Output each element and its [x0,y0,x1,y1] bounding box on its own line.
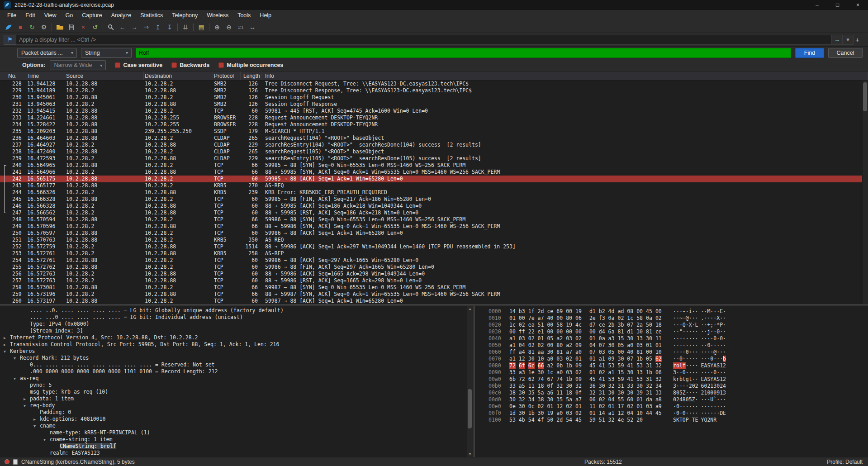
hex-ascii-char[interactable]: · [695,342,698,348]
hex-byte[interactable]: 44 [646,410,652,416]
hex-byte[interactable]: 04 [519,342,525,348]
hex-byte[interactable]: 19 [566,322,572,328]
hex-byte[interactable]: 1b [646,369,652,376]
hex-byte[interactable]: a4 [519,349,525,355]
hex-byte[interactable]: 32 [655,362,662,369]
hex-byte[interactable]: 02 [599,396,605,403]
filter-history-dropdown-icon[interactable]: ▾ [843,35,854,45]
hex-byte[interactable]: 30 [617,356,624,362]
hex-ascii-char[interactable]: g [686,376,689,382]
detail-line[interactable]: msg-type: krb-as-req (10) [0,389,473,395]
hex-row[interactable]: 00e00e300c020112020111020117020103a9·0··… [489,403,868,410]
hex-byte[interactable]: 55 [617,396,624,403]
hex-row[interactable]: 00201c02ea510058194cd7ce2b3b072a5018···Q… [489,322,868,328]
packet-row[interactable]: 24316.56517710.2.28.8810.2.28.2KRB5270AS… [0,182,868,189]
hex-byte[interactable]: 4c [575,322,582,328]
hex-byte[interactable]: 33 [627,383,633,389]
hex-byte[interactable]: 30 [608,390,615,396]
menu-capture[interactable]: Capture [77,10,106,21]
hex-byte[interactable]: 59 [589,417,596,423]
hex-byte[interactable]: 54 [566,417,572,423]
hex-byte[interactable]: 31 [646,362,652,369]
hex-byte[interactable]: 01 [608,403,615,409]
close-file-icon[interactable]: × [77,22,89,32]
hex-byte[interactable]: 32 [608,417,615,423]
first-packet-icon[interactable]: ↥ [152,22,164,32]
hex-byte[interactable]: 35 [556,396,563,403]
hex-ascii-char[interactable]: · [723,328,726,335]
details-scrollbar[interactable]: ▲ ▼ [467,306,473,457]
hex-byte[interactable]: 11 [556,390,563,396]
hex-ascii-char[interactable]: · [686,322,689,328]
hex-byte[interactable]: 80 [556,342,563,348]
hex-ascii-char[interactable]: l [679,362,683,369]
hex-byte[interactable]: 20 [636,417,643,423]
hex-byte[interactable]: a0 [575,349,582,355]
hex-ascii-char[interactable]: r [676,376,679,382]
hex-byte[interactable]: 58 [556,322,563,328]
hex-row[interactable]: 00b033a511180f32303236303231333032343···… [489,383,868,390]
hex-byte[interactable]: ff [519,328,525,335]
hex-byte[interactable]: 33 [509,369,516,376]
hex-ascii-char[interactable]: · [686,342,689,348]
hex-ascii-char[interactable]: · [692,328,695,335]
packet-row[interactable]: 23516.20920310.2.28.88239.255.255.250SSD… [0,128,868,135]
hex-byte[interactable]: 10 [655,349,662,355]
hex-ascii-char[interactable]: · [692,335,695,342]
hex-byte[interactable]: 34 [655,383,662,389]
hex-row[interactable]: 00c03830355aa611180f3231303030393133805Z… [489,390,868,396]
hex-ascii-char[interactable]: · [692,369,695,376]
hex-ascii-char[interactable]: 0 [676,403,679,409]
hex-byte[interactable]: 51 [538,322,544,328]
hex-ascii-char[interactable]: 2 [676,396,679,403]
hex-ascii-char[interactable]: · [686,328,689,335]
hex-ascii-char[interactable]: · [683,383,686,389]
hex-byte[interactable]: 30 [599,383,605,389]
hex-byte[interactable]: 02 [566,356,572,362]
hex-byte[interactable]: 30 [528,356,535,362]
hex-byte[interactable]: a0 [556,410,563,416]
hex-ascii-char[interactable]: · [695,410,698,416]
hex-byte[interactable]: 81 [646,328,652,335]
column-header-proto[interactable]: Protocol [213,71,241,80]
hex-byte[interactable]: 00 [566,328,572,335]
hex-byte[interactable]: 02 [575,410,582,416]
start-capture-icon[interactable] [3,22,14,32]
hex-byte[interactable]: 30 [538,410,544,416]
hex-ascii-char[interactable]: · [689,328,692,335]
packet-row[interactable]: 25416.57276110.2.28.8810.2.28.2TCP605998… [0,257,868,264]
hex-byte[interactable]: 30 [636,328,643,335]
hex-byte[interactable]: 10 [538,356,544,362]
hex-byte[interactable]: 02 [575,369,582,376]
packet-row[interactable]: 23616.46460310.2.28.8810.2.28.2CLDAP265s… [0,135,868,142]
detail-line[interactable]: ▾as-req [0,375,473,382]
hex-byte[interactable]: a7 [566,349,572,355]
packet-row[interactable]: 23213.94541510.2.28.8810.2.28.2TCP605998… [0,108,868,114]
hex-ascii-char[interactable]: i [689,308,692,314]
go-forward-icon[interactable]: → [128,22,140,32]
hex-byte[interactable]: 53 [608,376,615,382]
hex-ascii-char[interactable]: Z [683,390,686,396]
hex-ascii-char[interactable]: · [673,328,676,335]
hex-ascii-char[interactable]: 0 [676,390,679,396]
hex-byte[interactable]: 4d [608,308,615,314]
hex-byte[interactable]: 09 [575,362,582,369]
hex-byte[interactable]: 1e [528,369,535,376]
hex-byte[interactable]: 6b [509,376,516,382]
hex-byte[interactable]: 30 [547,349,553,355]
hex-byte[interactable]: 17 [617,403,624,409]
column-header-no[interactable]: No. [0,71,26,80]
packet-row[interactable]: 25516.57276210.2.28.8810.2.28.2TCP605998… [0,264,868,271]
hex-ascii-char[interactable]: · [695,376,698,382]
hex-byte[interactable]: 07 [627,322,633,328]
hex-byte[interactable]: 32 [589,390,596,396]
hex-ascii-char[interactable]: · [692,308,695,314]
hex-byte[interactable]: 81 [636,349,643,355]
scrollbar-thumb[interactable] [468,389,472,428]
hex-ascii-char[interactable]: · [692,376,695,382]
hex-byte[interactable]: 00 [509,328,516,335]
hex-byte[interactable]: 03 [646,403,652,409]
hex-byte[interactable]: 04 [627,410,633,416]
hex-ascii-char[interactable]: · [673,356,676,362]
hex-byte[interactable]: 12 [519,356,525,362]
